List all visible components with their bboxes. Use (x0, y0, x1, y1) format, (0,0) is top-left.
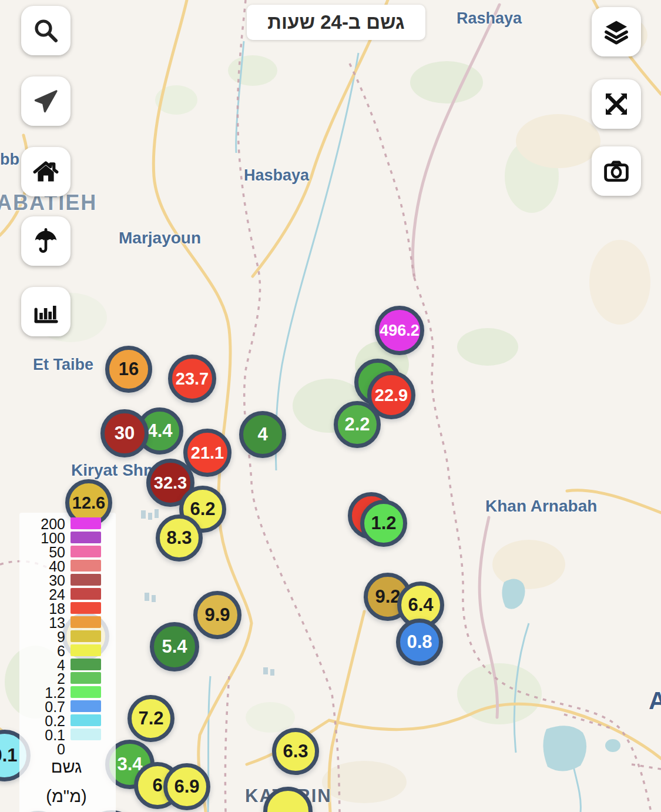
locate-button[interactable] (21, 76, 71, 126)
rain-marker[interactable]: 6.3 (272, 728, 319, 775)
rain-marker[interactable]: 5.4 (150, 622, 199, 671)
rain-marker[interactable]: 23.7 (168, 355, 216, 403)
legend-swatch (71, 672, 101, 684)
legend-swatch (71, 546, 101, 557)
map-label: Khan Arnabah (485, 497, 597, 516)
legend-unit: (מ"מ) (19, 787, 113, 806)
legend-swatch (71, 532, 101, 543)
rain-map-app: bbABATIEHHasbayaRashayaMarjayounEt Taibe… (0, 0, 661, 812)
legend-swatch (71, 700, 101, 712)
statistics-button[interactable] (21, 287, 71, 336)
map-label: Hasbaya (244, 166, 309, 185)
rain-marker[interactable]: 30 (100, 409, 149, 457)
rain-marker[interactable]: 496.2 (375, 306, 424, 355)
legend-swatch (71, 659, 101, 670)
map-label: Marjayoun (119, 229, 201, 248)
legend-swatch (71, 644, 101, 656)
legend-swatch (71, 686, 101, 698)
legend-swatch (71, 729, 101, 740)
search-button[interactable] (21, 6, 71, 55)
legend-swatch (71, 588, 101, 600)
umbrella-icon (32, 227, 60, 255)
legend-unit-title: גשם (19, 757, 113, 777)
home-icon (32, 158, 60, 186)
camera-icon (602, 157, 630, 185)
rain-marker[interactable]: 9.9 (193, 591, 241, 639)
rain-marker[interactable]: 4 (239, 411, 286, 458)
layers-button[interactable] (592, 7, 641, 56)
legend-value-label: 0 (19, 740, 65, 758)
rain-marker[interactable]: 8.3 (156, 514, 203, 562)
navigation-arrow-icon (32, 87, 60, 115)
legend-swatch (71, 574, 101, 586)
rain-marker[interactable]: 6.9 (163, 763, 210, 810)
rain-marker[interactable]: 0.8 (396, 619, 443, 666)
legend-swatch (71, 560, 101, 572)
rain-marker[interactable]: 1.2 (360, 500, 407, 547)
legend-swatch (71, 630, 101, 642)
bar-chart-icon (32, 298, 60, 326)
map-label: Kiryat Shm (71, 461, 158, 480)
layers-icon (602, 18, 630, 46)
search-icon (32, 16, 60, 45)
expand-arrows-icon (602, 90, 630, 118)
rain-marker[interactable]: 2.2 (334, 401, 381, 448)
screenshot-button[interactable] (592, 146, 641, 196)
legend-swatch (71, 517, 101, 529)
fullscreen-button[interactable] (592, 79, 641, 129)
map-label: bb (0, 151, 19, 169)
map-label: A (649, 687, 661, 715)
rain-layer-button[interactable] (21, 216, 71, 266)
legend-swatch (71, 714, 101, 726)
home-button[interactable] (21, 147, 71, 196)
map-label: Et Taibe (33, 356, 93, 374)
legend-swatch (71, 616, 101, 628)
rain-marker[interactable]: 7.2 (127, 695, 175, 742)
rain-marker[interactable]: 16 (105, 346, 152, 393)
page-title: גשם ב-24 שעות (247, 5, 425, 40)
map-label: Rashaya (457, 9, 522, 28)
legend-swatch (71, 602, 101, 614)
